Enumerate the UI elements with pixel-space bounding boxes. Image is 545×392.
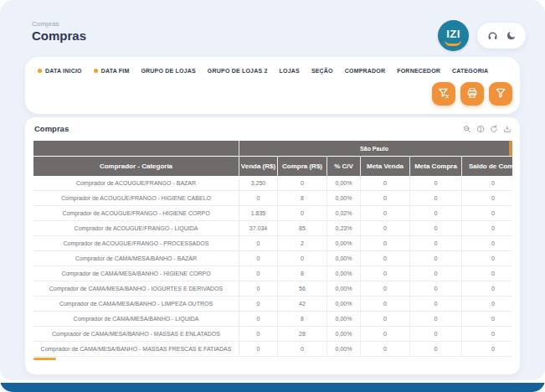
group-header-row: São Paulo — [33, 141, 512, 156]
help-icon[interactable] — [476, 125, 485, 133]
cell-meta-compra: 0 — [409, 191, 461, 205]
cell-venda: 3.250 — [239, 176, 277, 190]
cell-categoria: Comprador de CAMA/MESA/BANHO - BAZAR — [33, 251, 239, 266]
cell-saldo: 0 — [461, 342, 512, 356]
cell-compra: 0 — [277, 251, 326, 266]
cell-saldo: 0 — [461, 236, 512, 250]
apply-filters-button[interactable] — [489, 82, 512, 106]
breadcrumb[interactable]: Compras — [32, 20, 59, 28]
table-row[interactable]: Comprador de ACOUGUE/FRANGO - HIGIENE CO… — [33, 206, 512, 221]
cell-meta-venda: 0 — [360, 176, 409, 190]
print-button[interactable] — [460, 82, 484, 106]
moon-icon[interactable] — [506, 30, 517, 41]
cell-compra: 0 — [277, 342, 326, 356]
filter-chip-label: GRUPO DE LOJAS — [141, 68, 195, 74]
cell-venda: 0 — [239, 312, 277, 326]
cell-venda: 0 — [239, 266, 277, 281]
cell-cv: 0,00% — [326, 281, 360, 296]
filter-chip[interactable]: GRUPO DE LOJAS — [141, 68, 195, 74]
group-header-empty-cell — [33, 141, 239, 156]
column-header-meta-venda[interactable]: Meta Venda — [360, 157, 409, 176]
cell-categoria: Comprador de ACOUGUE/FRANGO - PROCESSADO… — [33, 236, 239, 250]
printer-icon — [466, 87, 478, 101]
required-dot-icon — [38, 69, 42, 73]
cell-categoria: Comprador de CAMA/MESA/BANHO - MASSAS FR… — [33, 342, 239, 356]
filter-chip-label: CATEGORIA — [452, 68, 488, 74]
cell-compra: 85 — [277, 221, 326, 235]
filter-chip-label: COMPRADOR — [345, 68, 385, 74]
cell-meta-compra: 0 — [409, 221, 461, 235]
table-row[interactable]: Comprador de CAMA/MESA/BANHO - LIQUIDA 0… — [33, 312, 512, 327]
table-row[interactable]: Comprador de CAMA/MESA/BANHO - IOGURTES … — [33, 281, 512, 297]
column-header-venda[interactable]: Venda (R$) — [239, 157, 277, 176]
cell-saldo: 0 — [461, 266, 512, 281]
cell-meta-compra: 0 — [409, 206, 461, 220]
funnel-icon — [495, 87, 506, 101]
filter-chip-label: GRUPO DE LOJAS 2 — [208, 68, 268, 74]
cell-meta-compra: 0 — [409, 342, 461, 356]
table-row[interactable]: Comprador de ACOUGUE/FRANGO - PROCESSADO… — [33, 236, 512, 251]
cell-categoria: Comprador de CAMA/MESA/BANHO - LIMPEZA O… — [33, 297, 239, 311]
cell-compra: 8 — [277, 266, 326, 281]
magnifier-icon[interactable] — [463, 125, 471, 133]
cell-categoria: Comprador de ACOUGUE/FRANGO - HIGIENE CA… — [33, 191, 239, 205]
cell-venda: 0 — [239, 191, 277, 205]
cell-categoria: Comprador de ACOUGUE/FRANGO - HIGIENE CO… — [33, 206, 239, 220]
next-group-sliver — [509, 141, 512, 156]
table-row[interactable]: Comprador de CAMA/MESA/BANHO - HIGIENE C… — [33, 266, 512, 281]
filter-chip[interactable]: DATA INICIO — [38, 68, 82, 74]
cell-meta-venda: 0 — [360, 281, 409, 296]
cell-cv: 0,23% — [326, 221, 360, 235]
filter-chip[interactable]: CATEGORIA — [452, 68, 488, 74]
cell-cv: 0,00% — [326, 297, 360, 311]
cell-saldo: 0 — [461, 206, 512, 220]
cell-venda: 0 — [239, 342, 277, 356]
cell-compra: 0 — [277, 176, 326, 190]
table-row[interactable]: Comprador de ACOUGUE/FRANGO - BAZAR 3.25… — [33, 176, 512, 191]
header-actions — [477, 23, 526, 49]
filter-chip[interactable]: GRUPO DE LOJAS 2 — [208, 68, 268, 74]
cell-categoria: Comprador de ACOUGUE/FRANGO - BAZAR — [33, 176, 239, 190]
table-row[interactable]: Comprador de CAMA/MESA/BANHO - LIMPEZA O… — [33, 297, 512, 312]
cell-saldo: 0 — [461, 251, 512, 266]
download-icon[interactable] — [503, 125, 512, 133]
cell-meta-compra: 0 — [409, 327, 461, 341]
table-row[interactable]: Comprador de CAMA/MESA/BANHO - MASSAS E … — [33, 327, 512, 342]
cell-categoria: Comprador de ACOUGUE/FRANGO - LIQUIDA — [33, 221, 239, 235]
clear-filters-button[interactable] — [432, 82, 455, 106]
column-header-saldo-compra[interactable]: Saldo de Comp — [461, 157, 512, 176]
horizontal-scrollbar-thumb[interactable] — [33, 358, 56, 360]
filter-chip[interactable]: COMPRADOR — [345, 68, 385, 74]
column-header-cv[interactable]: % C/V — [326, 157, 360, 176]
cell-categoria: Comprador de CAMA/MESA/BANHO - MASSAS E … — [33, 327, 239, 341]
footer-bar — [0, 383, 545, 392]
cell-meta-venda: 0 — [360, 297, 409, 311]
table-row[interactable]: Comprador de CAMA/MESA/BANHO - MASSAS FR… — [33, 342, 512, 357]
filter-chip-label: SEÇÃO — [311, 68, 333, 74]
cell-meta-compra: 0 — [409, 251, 461, 266]
table-row[interactable]: Comprador de ACOUGUE/FRANGO - LIQUIDA 37… — [33, 221, 512, 236]
table-row[interactable]: Comprador de CAMA/MESA/BANHO - BAZAR 0 0… — [33, 251, 512, 266]
cell-cv: 0,00% — [326, 191, 360, 205]
filter-chip[interactable]: FORNECEDOR — [397, 68, 440, 74]
cell-cv: 0,02% — [326, 206, 360, 220]
filter-chip[interactable]: DATA FIM — [94, 68, 130, 74]
column-header-meta-compra[interactable]: Meta Compra — [409, 157, 461, 176]
table-row[interactable]: Comprador de ACOUGUE/FRANGO - HIGIENE CA… — [33, 191, 512, 206]
cell-compra: 0 — [277, 206, 326, 220]
column-header-compra[interactable]: Compra (R$) — [277, 157, 326, 176]
cell-saldo: 0 — [461, 297, 512, 311]
required-dot-icon — [94, 69, 98, 73]
table-title: Compras — [34, 124, 69, 133]
cell-categoria: Comprador de CAMA/MESA/BANHO - IOGURTES … — [33, 281, 239, 296]
logo-smile-icon — [445, 40, 461, 46]
column-header-comprador-categoria[interactable]: Comprador - Categoria — [33, 157, 239, 176]
group-header-sao-paulo: São Paulo — [239, 141, 509, 156]
cell-venda: 0 — [239, 327, 277, 341]
refresh-icon[interactable] — [490, 125, 498, 133]
filter-chip[interactable]: SEÇÃO — [311, 68, 333, 74]
headset-icon[interactable] — [487, 30, 498, 41]
filter-chip-label: DATA FIM — [101, 68, 130, 74]
filter-chip[interactable]: LOJAS — [280, 68, 300, 74]
app-logo[interactable]: IZI — [438, 20, 469, 51]
